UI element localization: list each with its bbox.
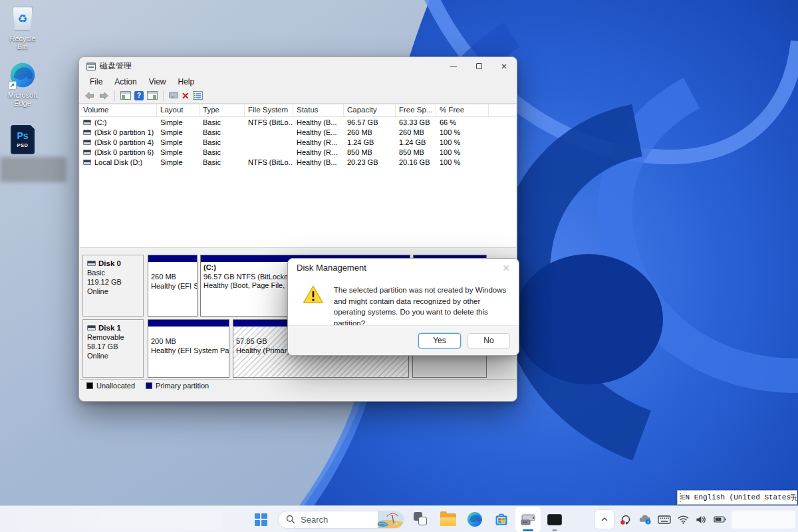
- disk-0-panel[interactable]: Disk 0 Basic 119.12 GB Online: [82, 255, 144, 317]
- close-button[interactable]: ✕: [491, 57, 517, 75]
- disk-management-icon: [519, 511, 537, 527]
- maximize-button[interactable]: [466, 57, 491, 75]
- menu-action[interactable]: Action: [108, 76, 142, 87]
- properties-button[interactable]: [193, 91, 203, 100]
- help-button[interactable]: ?: [134, 91, 144, 100]
- action-pane-button[interactable]: [147, 91, 158, 100]
- back-button[interactable]: [84, 92, 95, 100]
- wifi-icon: [678, 515, 689, 524]
- volume-name-cell: (Disk 0 partition 4): [80, 138, 157, 146]
- volume-cell: 1.24 GB: [344, 138, 396, 146]
- desktop-icon-label: Recycle Bin: [3, 35, 42, 51]
- no-button[interactable]: No: [467, 333, 510, 348]
- column-header[interactable]: Volume: [80, 104, 157, 116]
- column-header[interactable]: File System: [245, 104, 293, 116]
- column-header[interactable]: Type: [200, 104, 245, 116]
- toolbar: ? ✕: [79, 88, 517, 104]
- popup-tool-button[interactable]: [169, 92, 178, 98]
- forward-button[interactable]: [98, 92, 109, 100]
- column-header[interactable]: Free Sp...: [396, 104, 436, 116]
- volume-cell: 20.16 GB: [396, 158, 436, 166]
- edge-taskbar-button[interactable]: [462, 506, 488, 532]
- column-header[interactable]: Status: [293, 104, 344, 116]
- tray-overflow-button[interactable]: [595, 510, 614, 529]
- volume-name-cell: (Disk 0 partition 1): [80, 128, 157, 136]
- blurred-clock-area: [732, 511, 795, 529]
- search-box[interactable]: Search: [278, 511, 404, 529]
- volume-cell: NTFS (BitLo...: [245, 118, 293, 126]
- battery-icon: [714, 515, 726, 523]
- volume-cell: Simple: [157, 158, 200, 166]
- terminal-taskbar-button[interactable]: [541, 506, 568, 532]
- sync-status-button[interactable]: [618, 506, 633, 532]
- minimize-button[interactable]: [441, 57, 466, 75]
- dialog-titlebar[interactable]: Disk Management ✕: [288, 259, 519, 277]
- running-indicator: [523, 529, 533, 531]
- disk-management-taskbar-button[interactable]: [515, 506, 541, 532]
- volume-cell: NTFS (BitLo...: [245, 158, 293, 166]
- search-highlight-image: [378, 511, 404, 529]
- volume-cell: Healthy (B...: [293, 118, 344, 126]
- speaker-icon: [696, 515, 707, 525]
- disk-icon: [87, 325, 96, 331]
- volume-row[interactable]: (C:)SimpleBasicNTFS (BitLo...Healthy (B.…: [80, 117, 516, 127]
- volume-button[interactable]: [694, 506, 708, 532]
- column-header[interactable]: Layout: [157, 104, 200, 116]
- edge-icon: ↗: [9, 62, 36, 88]
- desktop-icon-microsoft-edge[interactable]: ↗ Microsoft Edge: [3, 61, 42, 107]
- dialog-title: Disk Management: [297, 263, 366, 273]
- legend-primary-partition: Primary partition: [146, 382, 209, 390]
- microsoft-store-button[interactable]: [488, 506, 515, 532]
- disk-1-panel[interactable]: Disk 1 Removable 58.17 GB Online: [82, 319, 144, 378]
- volume-cell: 850 MB: [396, 148, 436, 156]
- yes-button[interactable]: Yes: [418, 333, 461, 348]
- recycle-bin-icon: ♻: [13, 7, 33, 31]
- store-icon: [493, 511, 509, 527]
- desktop-icon-psd-file[interactable]: Ps PSD: [3, 124, 42, 156]
- volume-row[interactable]: Local Disk (D:)SimpleBasicNTFS (BitLo...…: [80, 157, 516, 167]
- volume-cell: Simple: [157, 138, 200, 146]
- volume-row[interactable]: (Disk 0 partition 4)SimpleBasicHealthy (…: [80, 137, 516, 147]
- volume-row[interactable]: (Disk 0 partition 6)SimpleBasicHealthy (…: [80, 147, 516, 157]
- volume-name-cell: (C:): [80, 118, 157, 126]
- language-bar[interactable]: EN English (United States): [677, 490, 797, 505]
- window-titlebar[interactable]: 磁盘管理 ✕: [79, 57, 517, 75]
- file-explorer-button[interactable]: [435, 506, 462, 532]
- column-header[interactable]: % Free: [436, 104, 489, 116]
- touch-keyboard-button[interactable]: [657, 506, 672, 532]
- column-header[interactable]: Capacity: [344, 104, 396, 116]
- desktop: ♻ Recycle Bin ↗ Microsoft Edge Ps PSD: [0, 0, 798, 532]
- wifi-button[interactable]: [676, 506, 690, 532]
- volume-cell: 20.23 GB: [344, 158, 396, 166]
- svg-text:i: i: [648, 519, 649, 524]
- folder-icon: [440, 513, 456, 526]
- dialog-close-icon[interactable]: ✕: [502, 263, 510, 273]
- language-indicator[interactable]: EN English (United States): [681, 493, 795, 501]
- task-view-button[interactable]: [408, 506, 435, 532]
- delete-volume-button[interactable]: ✕: [182, 91, 190, 100]
- toolbar-separator: [114, 90, 115, 101]
- start-button[interactable]: [247, 506, 274, 532]
- console-tree-button[interactable]: [120, 91, 131, 100]
- menu-view[interactable]: View: [143, 76, 172, 87]
- partition-efi-disk0[interactable]: 260 MB Healthy (EFI S: [148, 255, 198, 317]
- volume-cell: 100 %: [436, 128, 489, 136]
- disk-status: Online: [87, 287, 139, 296]
- battery-button[interactable]: [712, 506, 727, 532]
- volume-cell: Basic: [200, 138, 245, 146]
- maximize-icon: [476, 63, 482, 69]
- dialog-footer: Yes No: [288, 325, 519, 355]
- volume-cell: 260 MB: [344, 128, 396, 136]
- legend-swatch: [86, 382, 93, 389]
- desktop-icon-recycle-bin[interactable]: ♻ Recycle Bin: [3, 5, 42, 51]
- menu-file[interactable]: File: [84, 76, 108, 87]
- menu-help[interactable]: Help: [172, 76, 201, 87]
- partition-efi-disk1[interactable]: 200 MB Healthy (EFI System Part: [148, 319, 229, 378]
- partition-legend: Unallocated Primary partition: [80, 379, 516, 391]
- volume-cell: 260 MB: [396, 128, 436, 136]
- onedrive-button[interactable]: i: [638, 506, 652, 532]
- volume-icon: [83, 150, 91, 155]
- search-icon: [286, 515, 295, 524]
- menu-bar: File Action View Help: [79, 75, 517, 88]
- volume-row[interactable]: (Disk 0 partition 1)SimpleBasicHealthy (…: [80, 127, 516, 137]
